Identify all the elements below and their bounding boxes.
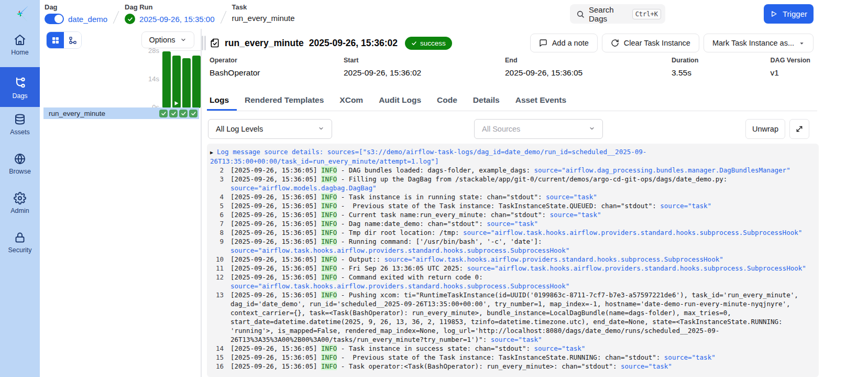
sidebar-item-label: Dags xyxy=(12,92,27,100)
log-source-link[interactable]: source="airflow.task.hooks.airflow.provi… xyxy=(463,229,802,236)
log-viewer[interactable]: ▶Log message source details: sources=["s… xyxy=(207,144,819,377)
log-line-text: [2025-09-26, 15:36:05] INFO - Dag name:d… xyxy=(230,219,814,228)
grid-view-button[interactable] xyxy=(47,32,64,48)
log-line: 4[2025-09-26, 15:36:05] INFO - Task inst… xyxy=(210,192,814,201)
log-source-link[interactable]: source="task" xyxy=(487,220,538,228)
task-row-run-every-minute[interactable]: run_every_minute xyxy=(43,107,199,119)
log-source-link[interactable]: source="airflow.task.hooks.airflow.provi… xyxy=(230,282,569,290)
task-success-badge[interactable] xyxy=(159,110,168,117)
task-success-badge[interactable] xyxy=(179,110,188,117)
log-source-link[interactable]: source="airflow.dag_processing.bundles.m… xyxy=(534,166,790,174)
log-line-number: 7 xyxy=(210,219,224,228)
duration-bar[interactable] xyxy=(162,51,171,108)
globe-icon xyxy=(14,153,26,165)
tab-details[interactable]: Details xyxy=(465,91,508,111)
search-placeholder: Search Dags xyxy=(589,5,628,23)
log-line-number: 4 xyxy=(210,192,224,201)
log-line-text: [2025-09-26, 15:36:05] INFO - Tmp dir ro… xyxy=(230,228,814,237)
log-source-link[interactable]: source="airflow.models.dagbag.DagBag" xyxy=(230,184,376,192)
breadcrumb: Dag date_demo Dag Run 2025-09-26, 15:35:… xyxy=(45,3,295,24)
log-source-details[interactable]: ▶Log message source details: sources=["s… xyxy=(210,147,814,166)
dag-run-label: Dag Run xyxy=(125,3,214,11)
log-line: 8[2025-09-26, 15:36:05] INFO - Tmp dir r… xyxy=(210,228,814,237)
sidebar-item-assets[interactable]: Assets xyxy=(0,113,40,136)
sidebar: Home Dags Assets Browse Admin Security xyxy=(0,0,40,377)
task-instance-header: run_every_minute 2025-09-26, 15:36:02 su… xyxy=(210,33,814,53)
tab-code[interactable]: Code xyxy=(429,91,465,111)
selected-run-marker xyxy=(175,101,179,105)
log-source-link[interactable]: source="task" xyxy=(621,362,672,370)
chevron-down-icon xyxy=(180,37,186,43)
note-bubble-icon xyxy=(539,39,547,47)
tab-audit-logs[interactable]: Audit Logs xyxy=(371,91,429,111)
sidebar-item-home[interactable]: Home xyxy=(0,34,40,56)
duration-chart: 28s14s0s xyxy=(147,46,201,108)
log-line: 15[2025-09-26, 15:36:05] INFO - Previous… xyxy=(210,353,814,362)
search-icon xyxy=(576,10,585,18)
task-instance-timestamp: 2025-09-26, 15:36:02 xyxy=(309,38,398,49)
duration-bar[interactable] xyxy=(192,56,201,108)
log-line: 11[2025-09-26, 15:36:05] INFO - Fri Sep … xyxy=(210,264,814,273)
log-line-text: [2025-09-26, 15:36:05] INFO - Fri Sep 26… xyxy=(230,264,814,273)
meta-dag-version: DAG Version v1 xyxy=(771,57,810,78)
sidebar-item-browse[interactable]: Browse xyxy=(0,153,40,175)
clear-task-instance-button[interactable]: Clear Task Instance xyxy=(602,34,699,52)
fullscreen-button[interactable] xyxy=(789,119,809,139)
log-line: 14[2025-09-26, 15:36:05] INFO - Task ins… xyxy=(210,344,814,353)
log-line-text: [2025-09-26, 15:36:05] INFO - DAG bundle… xyxy=(230,166,814,175)
check-icon xyxy=(411,40,417,46)
log-line-number: 10 xyxy=(210,255,224,264)
trigger-label: Trigger xyxy=(783,9,807,18)
dag-run-link[interactable]: 2025-09-26, 15:35:00 xyxy=(139,15,214,24)
log-lines: 2[2025-09-26, 15:36:05] INFO - DAG bundl… xyxy=(210,166,814,371)
sidebar-item-dags[interactable]: Dags xyxy=(0,67,40,107)
log-source-link[interactable]: source="task" xyxy=(546,193,597,201)
airflow-logo[interactable] xyxy=(0,0,40,27)
breadcrumb-separator xyxy=(220,11,226,24)
search-shortcut: Ctrl+K xyxy=(632,9,661,19)
tab-asset-events[interactable]: Asset Events xyxy=(508,91,574,111)
sidebar-item-admin[interactable]: Admin xyxy=(0,192,40,214)
log-source-link[interactable]: source="task" xyxy=(550,211,601,219)
log-source-link[interactable]: source="airflow.task.hooks.airflow.provi… xyxy=(230,246,569,254)
duration-bar[interactable] xyxy=(172,56,181,108)
graph-view-button[interactable] xyxy=(64,32,81,48)
log-source-link[interactable]: source="task" xyxy=(491,336,542,343)
trigger-button[interactable]: Trigger xyxy=(764,4,814,24)
log-sources-select[interactable]: All Sources xyxy=(474,119,603,139)
log-levels-select[interactable]: All Log Levels xyxy=(208,119,332,139)
tab-xcom[interactable]: XCom xyxy=(332,91,371,111)
log-line-number: 5 xyxy=(210,201,224,210)
task-name: run_every_minute xyxy=(232,14,295,23)
log-line-text: [2025-09-26, 15:36:05] INFO - Previous s… xyxy=(230,353,814,362)
log-line: 16[2025-09-26, 15:36:05] INFO - Task ope… xyxy=(210,362,814,371)
task-success-badge[interactable] xyxy=(189,110,197,117)
task-success-badge[interactable] xyxy=(169,110,178,117)
log-source-link[interactable]: source="airflow.task.hooks.airflow.provi… xyxy=(384,255,723,263)
tab-rendered-templates[interactable]: Rendered Templates xyxy=(237,91,332,111)
meta-duration: Duration3.55s xyxy=(672,57,778,78)
tab-logs[interactable]: Logs xyxy=(207,91,237,111)
log-source-link[interactable]: source="airflow.task.hooks.airflow.provi… xyxy=(467,264,806,272)
unwrap-button[interactable]: Unwrap xyxy=(745,119,785,139)
expand-triangle-icon[interactable]: ▶ xyxy=(210,149,213,155)
log-line-number: 15 xyxy=(210,353,224,362)
airflow-app: Home Dags Assets Browse Admin Security D… xyxy=(0,0,868,377)
panel-resize-handle[interactable] xyxy=(202,36,207,50)
breadcrumb-dag: Dag date_demo xyxy=(45,3,107,24)
task-label: Task xyxy=(232,3,295,11)
dag-name-link[interactable]: date_demo xyxy=(68,15,107,24)
mark-task-instance-as-dropdown[interactable]: Mark Task Instance as... xyxy=(704,34,814,52)
log-source-link[interactable]: source="task" xyxy=(664,353,716,361)
sidebar-item-security[interactable]: Security xyxy=(0,231,40,254)
y-axis-tick: 28s xyxy=(134,47,159,55)
add-note-button[interactable]: Add a note xyxy=(530,34,598,52)
sidebar-item-label: Security xyxy=(8,246,31,254)
airflow-pinwheel-icon xyxy=(10,4,30,24)
log-source-link[interactable]: source="task" xyxy=(660,202,711,210)
dag-pause-toggle[interactable] xyxy=(45,14,64,24)
log-line-number: 2 xyxy=(210,166,224,175)
log-source-link[interactable]: source="task" xyxy=(534,344,586,352)
search-input[interactable]: Search Dags Ctrl+K xyxy=(570,4,665,24)
duration-bar[interactable] xyxy=(182,58,191,108)
